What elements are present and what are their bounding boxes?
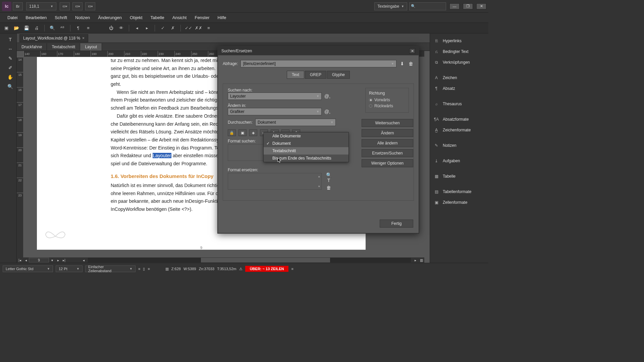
maximize-button[interactable]: ❐ <box>463 3 473 9</box>
hand-tool[interactable]: ✋ <box>6 73 15 81</box>
save-icon[interactable]: 💾 <box>23 25 30 32</box>
scope-option-3[interactable]: Bis zum Ende des Textabschnitts <box>264 155 348 162</box>
panel-tabelle[interactable]: ▦Tabelle <box>430 171 488 182</box>
leading-selector[interactable]: Einfacher Zeilenabstand▼ <box>85 265 136 272</box>
menu-hilfe[interactable]: Hilfe <box>214 13 230 22</box>
reject-icon[interactable]: ✗ <box>169 25 176 32</box>
view-tab-layout[interactable]: Layout <box>80 43 102 51</box>
eyedropper-tool[interactable]: ✐ <box>6 64 15 72</box>
panel-absatz[interactable]: ¶Absatz <box>430 83 488 94</box>
delete-query-icon[interactable]: 🗑 <box>408 61 414 66</box>
accept-icon[interactable]: ✓ <box>159 25 166 32</box>
zoom-combo[interactable]: 118,1 ▼ <box>26 2 56 10</box>
toolbar-menu-icon[interactable]: ≡ <box>205 25 212 32</box>
locked-stories-icon[interactable]: ▣ <box>238 129 247 136</box>
scope-option-0[interactable]: Alle Dokumente <box>264 132 348 140</box>
panel-tabellenformate[interactable]: ▤Tabellenformate <box>430 186 488 197</box>
new-icon[interactable]: ▣ <box>3 25 10 32</box>
menu-änderungen[interactable]: Änderungen <box>94 13 126 22</box>
view-tab-druckfahne[interactable]: Druckfahne <box>17 43 47 51</box>
prev-page-button[interactable]: ◂ <box>23 258 29 262</box>
query-combo[interactable]: [Benutzerdefiniert]▼ <box>240 60 396 67</box>
dialog-tab-grep[interactable]: GREP <box>305 71 326 79</box>
menu-datei[interactable]: Datei <box>3 13 21 22</box>
page-dropdown-button[interactable]: ▾ <box>49 258 55 262</box>
scope-option-1[interactable]: Dokument <box>264 140 348 147</box>
dialog-close-button[interactable]: ✕ <box>409 48 415 54</box>
change-all-button[interactable]: Alle ändern <box>362 139 413 147</box>
scroll-right-button[interactable]: ▸ <box>412 258 418 262</box>
align-left-icon[interactable]: ≡ <box>138 267 140 271</box>
search-field[interactable]: Layouter▼ <box>228 93 322 100</box>
dialog-titlebar[interactable]: Suchen/Ersetzen ✕ <box>218 47 419 55</box>
scroll-left-button[interactable]: ◂ <box>80 258 87 262</box>
help-search[interactable]: 🔍 <box>409 2 446 10</box>
next-page-button[interactable]: ▸ <box>55 258 61 262</box>
open-icon[interactable]: 📂 <box>13 25 20 32</box>
zoom-tool[interactable]: 🔍 <box>6 82 15 90</box>
save-query-icon[interactable]: ⬇ <box>399 61 405 66</box>
close-tab-icon[interactable]: × <box>82 36 85 41</box>
scope-combo[interactable]: Dokument▼ <box>255 119 336 126</box>
minimize-button[interactable]: — <box>449 3 460 9</box>
columns-icon[interactable]: ▯ <box>143 267 145 271</box>
panel-thesaurus[interactable]: ⌕Thesaurus <box>430 99 488 109</box>
accept-all-icon[interactable]: ✓✓ <box>185 25 192 32</box>
eye-icon[interactable]: 👁 <box>117 25 125 32</box>
special-chars-change-icon[interactable]: @, <box>324 109 330 114</box>
menu-icon[interactable]: ≡ <box>85 25 92 32</box>
bridge-button[interactable]: Br <box>13 2 23 10</box>
dialog-tab-glyphe[interactable]: Glyphe <box>327 71 350 79</box>
document-tab[interactable]: Layout_Workflow.indd @ 118 % × <box>19 34 88 42</box>
hidden-layers-icon[interactable]: ◈ <box>249 129 257 136</box>
info-toggle-icon[interactable]: ▥ <box>165 267 169 271</box>
close-window-button[interactable]: ✕ <box>476 3 486 9</box>
status-menu2-icon[interactable]: ≡ <box>291 267 293 271</box>
menu-objekt[interactable]: Objekt <box>126 13 147 22</box>
clear-replace-format-icon[interactable]: 🗑 <box>326 185 332 190</box>
note-tool[interactable]: ✎ <box>6 54 15 62</box>
print-icon[interactable]: 🖨 <box>33 25 40 32</box>
scope-option-2[interactable]: Textabschnitt <box>264 147 348 155</box>
panel-absatzformate[interactable]: ¶AAbsatzformate <box>430 114 488 125</box>
panel-aufgaben[interactable]: ⤓Aufgaben <box>430 156 488 166</box>
last-page-button[interactable]: ▸| <box>61 258 67 262</box>
next-icon[interactable]: ▸ <box>143 25 151 32</box>
format-replace-field[interactable]: ▴▾ <box>228 173 322 190</box>
view-tab-textabschnitt[interactable]: Textabschnitt <box>47 43 80 51</box>
menu-fenster[interactable]: Fenster <box>191 13 213 22</box>
view-mode-button-1[interactable]: ▭▾ <box>60 2 70 10</box>
reject-all-icon[interactable]: ✗✗ <box>195 25 202 32</box>
page-number-field[interactable]: 9 <box>29 258 49 262</box>
power-icon[interactable]: ⏻ <box>107 25 115 32</box>
panel-zeichenformate[interactable]: A̲Zeichenformate <box>430 125 488 135</box>
menu-schrift[interactable]: Schrift <box>51 13 71 22</box>
panel-zellenformate[interactable]: ▣Zellenformate <box>430 197 488 208</box>
change-button[interactable]: Ändern <box>362 129 413 137</box>
dialog-tab-text[interactable]: Text <box>287 71 304 79</box>
menu-notizen[interactable]: Notizen <box>71 13 94 22</box>
specify-replace-format-icon[interactable]: 🔍T <box>326 172 332 183</box>
horizontal-scrollbar[interactable] <box>88 258 411 262</box>
status-menu-icon[interactable]: ≡ <box>148 267 150 271</box>
view-mode-button-2[interactable]: ▭▾ <box>72 2 83 10</box>
menu-ansicht[interactable]: Ansicht <box>168 13 191 22</box>
panel-zeichen[interactable]: AZeichen <box>430 72 488 83</box>
panel-bedingter-text[interactable]: ⎌Bedingter Text <box>430 46 488 57</box>
direction-backward-radio[interactable]: Rückwärts <box>369 104 405 108</box>
left-dock-strip[interactable] <box>0 34 4 263</box>
prev-icon[interactable]: ◂ <box>133 25 141 32</box>
change-find-button[interactable]: Ersetzen/Suchen <box>362 149 413 157</box>
split-view-button[interactable]: ▥ <box>418 258 424 262</box>
menu-tabelle[interactable]: Tabelle <box>147 13 168 22</box>
done-button[interactable]: Fertig <box>380 220 413 228</box>
spellcheck-icon[interactable]: ᴬᴮ <box>59 25 66 32</box>
workspace-switcher[interactable]: Texteingabe▼ <box>374 2 407 10</box>
special-chars-search-icon[interactable]: @, <box>324 94 330 99</box>
find-next-button[interactable]: Weitersuchen <box>362 119 413 127</box>
menu-bearbeiten[interactable]: Bearbeiten <box>21 13 51 22</box>
pilcrow-icon[interactable]: ¶ <box>74 25 82 32</box>
panel-notizen[interactable]: ✎Notizen <box>430 140 488 151</box>
fewer-options-button[interactable]: Weniger Optionen <box>362 159 413 167</box>
change-field[interactable]: Grafiker▼ <box>228 108 322 115</box>
